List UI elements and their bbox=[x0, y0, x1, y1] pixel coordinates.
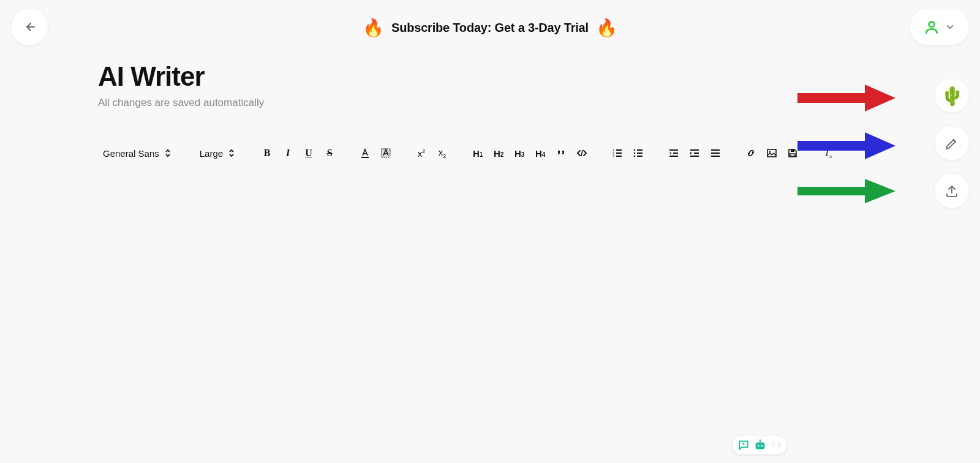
indent-button[interactable] bbox=[686, 145, 703, 162]
strike-button[interactable]: S bbox=[321, 145, 338, 162]
underline-button[interactable]: U bbox=[300, 145, 317, 162]
svg-rect-10 bbox=[767, 149, 776, 157]
code-icon bbox=[576, 148, 587, 159]
cactus-icon: 🌵 bbox=[941, 85, 963, 107]
assistant-button[interactable]: 🌵 bbox=[935, 78, 969, 113]
ordered-list-icon: 123 bbox=[612, 148, 623, 159]
link-icon bbox=[745, 148, 756, 159]
user-icon bbox=[924, 19, 940, 35]
svg-rect-13 bbox=[790, 154, 795, 156]
highlight-button[interactable] bbox=[377, 145, 394, 162]
link-button[interactable] bbox=[742, 145, 760, 162]
font-family-label: General Sans bbox=[103, 148, 159, 159]
chat-plus-icon bbox=[737, 439, 750, 451]
svg-point-9 bbox=[634, 156, 636, 157]
svg-rect-15 bbox=[797, 141, 865, 151]
heading-3-button[interactable]: H3 bbox=[511, 145, 528, 162]
unordered-list-button[interactable] bbox=[630, 145, 647, 162]
svg-point-18 bbox=[758, 445, 760, 447]
svg-rect-12 bbox=[791, 149, 794, 152]
svg-point-11 bbox=[769, 151, 771, 153]
save-icon bbox=[787, 148, 798, 159]
font-size-label: Large bbox=[200, 148, 223, 159]
font-size-select[interactable]: Large bbox=[195, 148, 240, 159]
header: 🔥 Subscribe Today: Get a 3-Day Trial 🔥 bbox=[0, 0, 980, 55]
heading-1-button[interactable]: H1 bbox=[469, 145, 486, 162]
svg-point-19 bbox=[761, 445, 763, 447]
h2-icon: H2 bbox=[494, 148, 503, 159]
svg-point-20 bbox=[760, 439, 761, 441]
h4-icon: H4 bbox=[535, 148, 545, 159]
svg-text:3: 3 bbox=[612, 154, 614, 158]
italic-button[interactable]: I bbox=[279, 145, 296, 162]
upload-icon bbox=[944, 184, 959, 198]
editor-toolbar: General Sans Large B I U S x2 x2 H1 H2 bbox=[98, 141, 882, 165]
chat-bot-icon bbox=[753, 439, 767, 452]
subscript-icon: x2 bbox=[439, 147, 447, 159]
indent-icon bbox=[689, 148, 700, 159]
svg-point-8 bbox=[634, 152, 636, 154]
blockquote-button[interactable] bbox=[552, 145, 570, 162]
strike-icon: S bbox=[327, 148, 333, 159]
promo-banner[interactable]: 🔥 Subscribe Today: Get a 3-Day Trial 🔥 bbox=[363, 18, 617, 38]
arrow-left-icon bbox=[22, 20, 37, 34]
write-button[interactable] bbox=[935, 126, 969, 160]
underline-icon: U bbox=[305, 148, 312, 159]
pen-icon bbox=[944, 136, 959, 151]
bold-icon: B bbox=[264, 148, 271, 159]
superscript-icon: x2 bbox=[418, 148, 426, 159]
italic-icon: I bbox=[286, 148, 290, 159]
export-button[interactable] bbox=[935, 174, 969, 208]
select-caret-icon bbox=[164, 149, 172, 157]
select-caret-icon bbox=[228, 149, 235, 157]
annotation-arrow-blue bbox=[797, 132, 895, 159]
svg-point-0 bbox=[929, 21, 935, 27]
grip-icon: ⋮⋮ bbox=[771, 442, 782, 449]
svg-point-7 bbox=[634, 149, 636, 151]
svg-rect-14 bbox=[797, 93, 865, 103]
image-button[interactable] bbox=[763, 145, 780, 162]
align-icon bbox=[710, 148, 721, 159]
flame-icon: 🔥 bbox=[596, 18, 617, 38]
h3-icon: H3 bbox=[514, 148, 524, 159]
svg-rect-16 bbox=[797, 187, 865, 195]
chevron-down-icon bbox=[944, 21, 956, 32]
annotation-arrow-red bbox=[797, 85, 895, 111]
font-color-icon bbox=[360, 148, 371, 159]
font-family-select[interactable]: General Sans bbox=[98, 148, 176, 159]
image-icon bbox=[766, 148, 777, 159]
unordered-list-icon bbox=[633, 148, 644, 159]
subscript-button[interactable]: x2 bbox=[434, 145, 451, 162]
svg-rect-17 bbox=[756, 442, 765, 449]
bold-button[interactable]: B bbox=[258, 145, 276, 162]
svg-rect-1 bbox=[361, 157, 369, 158]
user-menu[interactable] bbox=[910, 9, 969, 45]
outdent-icon bbox=[668, 148, 679, 159]
font-color-button[interactable] bbox=[356, 145, 374, 162]
back-button[interactable] bbox=[11, 9, 48, 45]
heading-2-button[interactable]: H2 bbox=[490, 145, 507, 162]
superscript-button[interactable]: x2 bbox=[413, 145, 430, 162]
page-title: AI Writer bbox=[98, 61, 882, 92]
chat-widget[interactable]: ⋮⋮ bbox=[733, 436, 786, 454]
align-button[interactable] bbox=[707, 145, 724, 162]
highlight-icon bbox=[380, 148, 391, 159]
annotation-arrow-green bbox=[797, 179, 895, 203]
h1-icon: H1 bbox=[473, 148, 483, 159]
ordered-list-button[interactable]: 123 bbox=[609, 145, 626, 162]
promo-text: Subscribe Today: Get a 3-Day Trial bbox=[391, 21, 589, 35]
outdent-button[interactable] bbox=[665, 145, 682, 162]
code-button[interactable] bbox=[573, 145, 590, 162]
quote-icon bbox=[556, 148, 567, 159]
flame-icon: 🔥 bbox=[363, 18, 384, 38]
heading-4-button[interactable]: H4 bbox=[532, 145, 549, 162]
page-subtitle: All changes are saved automatically bbox=[98, 97, 882, 109]
